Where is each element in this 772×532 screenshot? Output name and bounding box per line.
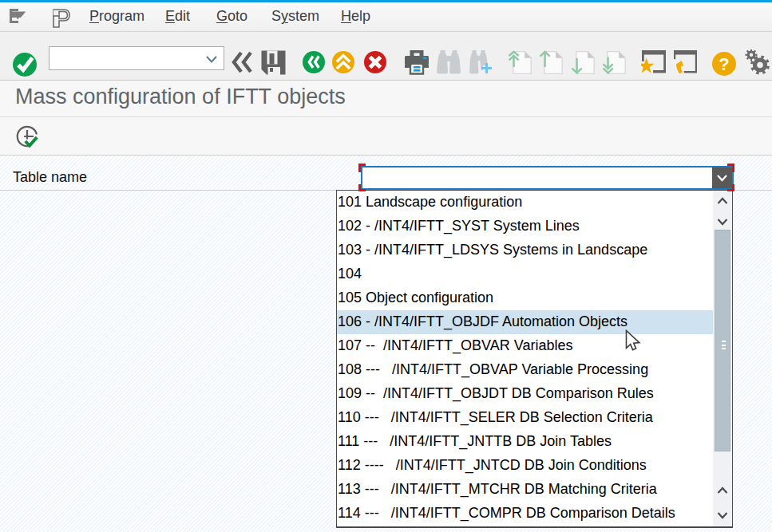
svg-text:?: ? [719,54,729,74]
